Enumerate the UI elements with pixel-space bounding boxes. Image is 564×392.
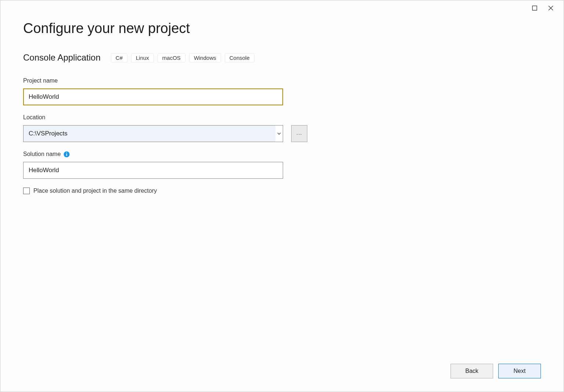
- tag-list: C# Linux macOS Windows Console: [111, 53, 254, 62]
- template-name: Console Application: [23, 52, 101, 63]
- info-icon[interactable]: [64, 151, 70, 157]
- solution-name-input[interactable]: [23, 162, 283, 179]
- same-directory-checkbox[interactable]: [23, 188, 30, 194]
- close-button[interactable]: [547, 5, 554, 11]
- chevron-down-icon[interactable]: [275, 126, 283, 142]
- location-label: Location: [23, 114, 541, 121]
- maximize-button[interactable]: [531, 5, 538, 11]
- page-title: Configure your new project: [23, 21, 541, 36]
- browse-location-button[interactable]: ...: [291, 125, 307, 142]
- tag-platform-macos: macOS: [158, 53, 185, 62]
- location-value: C:\VSProjects: [24, 130, 275, 137]
- same-directory-label: Place solution and project in the same d…: [33, 188, 157, 194]
- project-name-label: Project name: [23, 77, 541, 84]
- template-row: Console Application C# Linux macOS Windo…: [23, 52, 541, 63]
- tag-platform-linux: Linux: [131, 53, 154, 62]
- next-button[interactable]: Next: [498, 364, 541, 378]
- location-combobox[interactable]: C:\VSProjects: [23, 125, 283, 142]
- tag-language: C#: [111, 53, 127, 62]
- solution-name-label: Solution name: [23, 151, 61, 157]
- svg-rect-0: [532, 6, 537, 10]
- svg-rect-4: [66, 154, 67, 156]
- tag-project-type: Console: [225, 53, 254, 62]
- tag-platform-windows: Windows: [189, 53, 221, 62]
- svg-rect-5: [66, 152, 67, 153]
- back-button[interactable]: Back: [451, 364, 493, 378]
- project-name-input[interactable]: [23, 88, 283, 105]
